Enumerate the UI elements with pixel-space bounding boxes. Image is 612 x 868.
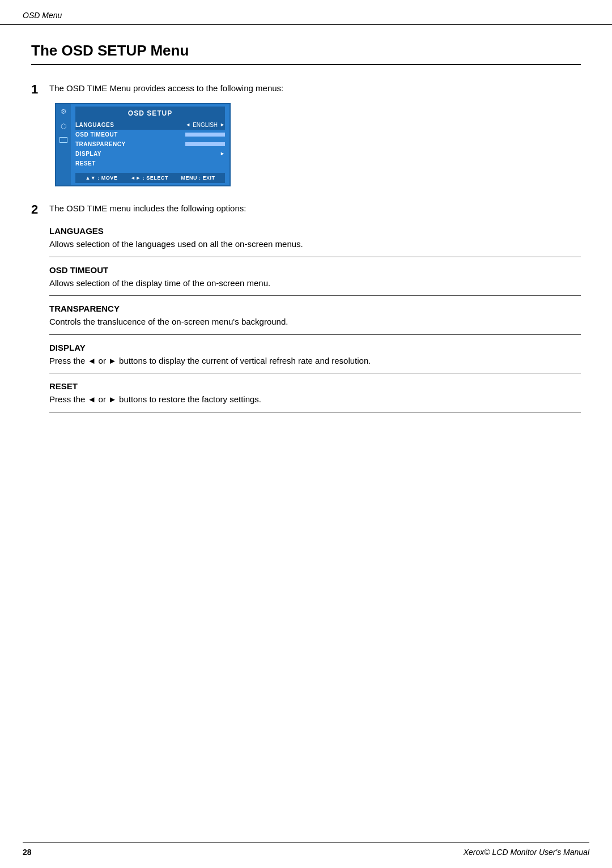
osd-gear-icon: ⚙ [61, 108, 67, 116]
step-2-number: 2 [31, 202, 49, 217]
step-1-text: The OSD TIME Menu provides access to the… [49, 82, 581, 95]
osd-label-display: DISPLAY [75, 151, 101, 157]
osd-label-timeout: OSD TIMEOUT [75, 131, 118, 138]
osd-display-icon [60, 137, 67, 143]
main-content: The OSD SETUP Menu 1 The OSD TIME Menu p… [0, 25, 612, 470]
osd-arrow-right: ► [220, 122, 225, 127]
osd-value-display: ► [220, 151, 225, 156]
option-rule-reset [49, 412, 581, 412]
osd-english-label: ENGLISH [193, 122, 218, 128]
osd-bar-transparency [185, 142, 225, 146]
osd-row-reset: RESET [75, 159, 225, 168]
option-reset-title: RESET [49, 381, 581, 391]
osd-row-display: DISPLAY ► [75, 149, 225, 159]
osd-adjust-icon: ⬡ [61, 122, 66, 130]
option-osd-timeout: OSD TIMEOUT Allows selection of the disp… [49, 265, 581, 296]
option-display-title: DISPLAY [49, 343, 581, 352]
page-header: OSD Menu [0, 0, 612, 25]
osd-footer-exit: MENU : EXIT [181, 175, 215, 181]
option-transparency: TRANSPARENCY Controls the translucence o… [49, 304, 581, 335]
footer-page-number: 28 [23, 848, 32, 857]
option-rule-transparency [49, 334, 581, 335]
option-osd-timeout-desc: Allows selection of the display time of … [49, 277, 581, 290]
osd-label-reset: RESET [75, 160, 96, 167]
option-rule-timeout [49, 295, 581, 296]
osd-label-languages: LANGUAGES [75, 122, 114, 128]
option-display-desc: Press the ◄ or ► buttons to display the … [49, 355, 581, 368]
option-rule-display [49, 373, 581, 373]
osd-value-languages: ◄ ENGLISH ► [185, 122, 225, 128]
step-1: 1 The OSD TIME Menu provides access to t… [31, 82, 581, 186]
option-transparency-title: TRANSPARENCY [49, 304, 581, 313]
osd-arrow-left: ◄ [185, 122, 190, 127]
osd-row-transparency: TRANSPARENCY [75, 139, 225, 149]
option-transparency-desc: Controls the translucence of the on-scre… [49, 316, 581, 329]
option-reset: RESET Press the ◄ or ► buttons to restor… [49, 381, 581, 412]
option-languages: LANGUAGES Allows selection of the langua… [49, 226, 581, 257]
page-footer: 28 Xerox© LCD Monitor User's Manual [23, 843, 589, 857]
step-1-content: The OSD TIME Menu provides access to the… [49, 82, 581, 186]
osd-screenshot: ⚙ ⬡ OSD SETUP LANGUAGES ◄ ENGLISH [55, 103, 231, 186]
option-reset-desc: Press the ◄ or ► buttons to restore the … [49, 393, 581, 406]
osd-menu-header: OSD SETUP [75, 107, 225, 120]
option-display: DISPLAY Press the ◄ or ► buttons to disp… [49, 343, 581, 374]
option-osd-timeout-title: OSD TIMEOUT [49, 265, 581, 275]
osd-display-arrow: ► [220, 151, 225, 156]
osd-footer-move: ▲▼ : MOVE [85, 175, 117, 181]
footer-manual-title: Xerox© LCD Monitor User's Manual [464, 848, 589, 857]
section-title: The OSD SETUP Menu [31, 42, 581, 59]
osd-menu-area: OSD SETUP LANGUAGES ◄ ENGLISH ► [71, 104, 230, 185]
header-title: OSD Menu [23, 11, 62, 20]
osd-sidebar: ⚙ ⬡ [56, 104, 71, 185]
osd-footer: ▲▼ : MOVE ◄► : SELECT MENU : EXIT [75, 173, 225, 183]
step-2-content: The OSD TIME menu includes the following… [49, 202, 581, 420]
osd-bar-timeout [185, 133, 225, 137]
step-2: 2 The OSD TIME menu includes the followi… [31, 202, 581, 420]
osd-row-timeout: OSD TIMEOUT [75, 130, 225, 139]
osd-footer-select: ◄► : SELECT [130, 175, 168, 181]
option-languages-desc: Allows selection of the languages used o… [49, 238, 581, 251]
osd-value-transparency [185, 142, 225, 146]
osd-label-transparency: TRANSPARENCY [75, 141, 126, 147]
option-rule-languages [49, 257, 581, 257]
step-1-number: 1 [31, 82, 49, 97]
section-title-rule [31, 64, 581, 65]
osd-value-timeout [185, 133, 225, 137]
option-languages-title: LANGUAGES [49, 226, 581, 236]
osd-body: ⚙ ⬡ OSD SETUP LANGUAGES ◄ ENGLISH [56, 104, 230, 185]
step-2-text: The OSD TIME menu includes the following… [49, 202, 581, 215]
osd-row-languages: LANGUAGES ◄ ENGLISH ► [75, 120, 225, 130]
